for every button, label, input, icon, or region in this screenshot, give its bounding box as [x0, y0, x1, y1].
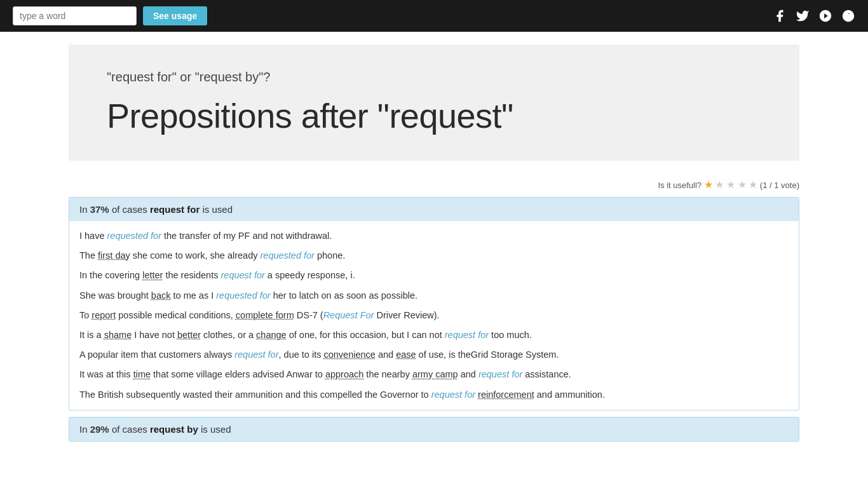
link-ease[interactable]: ease	[396, 349, 416, 360]
phrase-1: request by	[150, 424, 198, 435]
sentence-2: In the covering letter the residents req…	[79, 268, 789, 283]
facebook-icon[interactable]	[773, 9, 787, 23]
see-usage-button[interactable]: See usage	[143, 6, 207, 25]
link-request-for-6[interactable]: request for	[234, 349, 278, 360]
search-input[interactable]	[13, 6, 137, 25]
link-report[interactable]: report	[92, 310, 116, 320]
link-requested-for-2[interactable]: requested for	[261, 250, 315, 261]
star-1[interactable]: ★	[704, 179, 713, 190]
star-3[interactable]: ★	[726, 179, 735, 190]
usage-body-0: I have requested for the transfer of my …	[69, 221, 799, 410]
link-convenience[interactable]: convenience	[323, 349, 375, 360]
percent-0: 37%	[90, 204, 109, 215]
link-first-day[interactable]: first day	[98, 250, 130, 261]
vote-count: (1 / 1 vote)	[760, 180, 799, 190]
sentence-4: To report possible medical conditions, c…	[79, 308, 789, 323]
rating-bar: Is it usefull? ★ ★ ★ ★ ★ (1 / 1 vote)	[69, 173, 799, 197]
link-reinforcement[interactable]: reinforcement	[478, 390, 534, 400]
link-back[interactable]: back	[151, 290, 171, 301]
sentence-6: A popular item that customers always req…	[79, 348, 789, 362]
twitter-icon[interactable]	[796, 9, 810, 23]
link-letter[interactable]: letter	[142, 270, 163, 280]
star-2[interactable]: ★	[715, 179, 724, 190]
sentence-8: The British subsequently wasted their am…	[79, 388, 789, 402]
link-request-for-8[interactable]: request for	[431, 390, 475, 400]
phrase-0: request for	[150, 204, 200, 215]
reddit-icon[interactable]	[841, 9, 855, 23]
header-left: See usage	[13, 6, 207, 25]
sentence-5: It is a shame I have not better clothes,…	[79, 328, 789, 342]
link-change[interactable]: change	[256, 330, 287, 340]
usage-section-0: In 37% of cases request for is used I ha…	[69, 197, 799, 410]
hero-subtitle: "request for" or "request by"?	[107, 70, 761, 85]
star-5[interactable]: ★	[749, 179, 757, 190]
link-approach[interactable]: approach	[325, 369, 363, 379]
stars: ★ ★ ★ ★ ★	[704, 180, 760, 190]
link-request-for-7[interactable]: request for	[478, 369, 522, 379]
usage-header-0: In 37% of cases request for is used	[69, 198, 799, 221]
usage-header-1: In 29% of cases request by is used	[69, 417, 799, 441]
link-better[interactable]: better	[177, 330, 201, 340]
link-request-for-3[interactable]: request for	[220, 270, 264, 280]
link-army-camp[interactable]: army camp	[412, 369, 458, 379]
link-requested-for-4[interactable]: requested for	[216, 290, 270, 301]
percent-1: 29%	[90, 424, 109, 435]
svg-point-0	[843, 10, 854, 22]
link-shame[interactable]: shame	[104, 330, 132, 340]
header: See usage	[0, 0, 868, 32]
hero-title: Prepositions after "request"	[107, 96, 761, 135]
link-requested-for-1[interactable]: requested for	[107, 231, 161, 241]
star-4[interactable]: ★	[738, 179, 747, 190]
sentence-0: I have requested for the transfer of my …	[79, 229, 789, 243]
link-request-for-caps[interactable]: Request For	[323, 310, 374, 320]
main-content: Is it usefull? ★ ★ ★ ★ ★ (1 / 1 vote) In…	[69, 173, 799, 467]
link-complete-form[interactable]: complete form	[236, 310, 294, 320]
hero-section: "request for" or "request by"? Prepositi…	[69, 44, 799, 161]
rating-label: Is it usefull?	[658, 180, 702, 190]
link-time[interactable]: time	[133, 369, 151, 379]
sentence-1: The first day she come to work, she alre…	[79, 248, 789, 263]
social-icons	[773, 9, 855, 23]
sentence-3: She was brought back to me as I requeste…	[79, 288, 789, 303]
googleplus-icon[interactable]	[818, 9, 832, 23]
usage-section-1: In 29% of cases request by is used	[69, 417, 799, 442]
link-request-for-5[interactable]: request for	[445, 330, 489, 340]
sentence-7: It was at this time that some village el…	[79, 367, 789, 382]
